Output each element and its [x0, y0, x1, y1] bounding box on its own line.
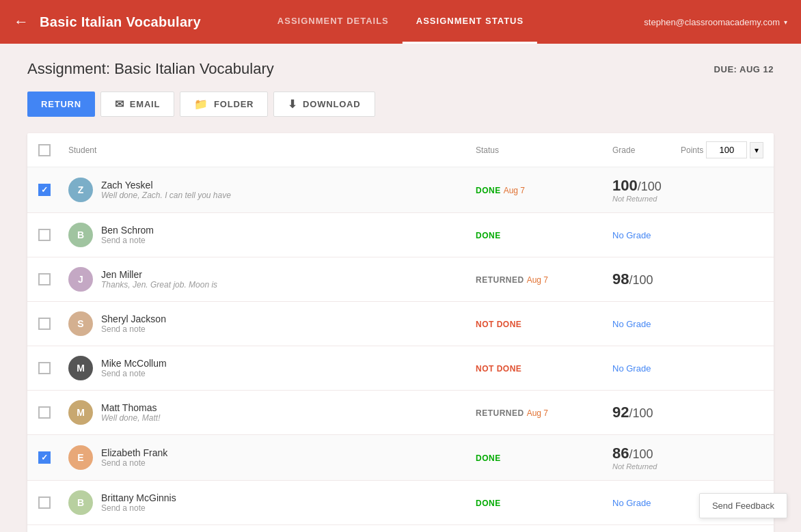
- table-row: ZZach YeskelWell done, Zach. I can tell …: [27, 167, 774, 213]
- student-info: EElizabeth FrankSend a note: [68, 445, 476, 470]
- due-date: DUE: AUG 12: [714, 64, 774, 74]
- student-checkbox[interactable]: [38, 229, 51, 241]
- table-row: MMatt ThomasWell done, Matt!RETURNEDAug …: [27, 391, 774, 435]
- student-status: NOT DONE: [476, 318, 612, 330]
- col-status-label: Status: [476, 145, 612, 155]
- header-tabs: ASSIGNMENT DETAILS ASSIGNMENT STATUS: [264, 0, 537, 44]
- table-row: SSheryl JacksonSend a noteNOT DONENo Gra…: [27, 302, 774, 346]
- status-date: Aug 7: [504, 186, 525, 195]
- student-grade: 98/100: [612, 270, 681, 288]
- student-checkbox[interactable]: [38, 318, 51, 330]
- col-student-label: Student: [68, 145, 476, 155]
- student-note[interactable]: Send a note: [101, 236, 154, 245]
- email-icon: ✉: [115, 98, 124, 111]
- student-note: Well done, Matt!: [101, 413, 160, 423]
- points-input[interactable]: [706, 141, 747, 158]
- student-name: Jen Miller: [101, 269, 217, 280]
- student-checkbox[interactable]: [38, 406, 51, 419]
- student-checkbox[interactable]: [38, 362, 51, 374]
- table-row: BBrittany McGinnisSend a noteDONENo Grad…: [27, 481, 774, 525]
- student-info: JJen MillerThanks, Jen. Great job. Moon …: [68, 267, 476, 292]
- table-row: CChat AtapattuSend a noteNOT DONENo Grad…: [27, 525, 774, 532]
- download-button[interactable]: ⬇ DOWNLOAD: [273, 92, 375, 117]
- no-grade-label: No Grade: [612, 319, 651, 329]
- folder-button[interactable]: 📁 FOLDER: [180, 92, 268, 117]
- email-button[interactable]: ✉ EMAIL: [100, 92, 174, 117]
- student-grade: No Grade: [612, 496, 681, 509]
- avatar: M: [68, 400, 93, 425]
- student-status: DONE: [476, 496, 612, 509]
- student-name: Brittany McGinnis: [101, 492, 176, 503]
- student-status: DONE: [476, 229, 612, 241]
- student-info: SSheryl JacksonSend a note: [68, 311, 476, 336]
- tab-assignment-details[interactable]: ASSIGNMENT DETAILS: [264, 0, 403, 44]
- status-date: Aug 7: [527, 275, 548, 285]
- avatar: S: [68, 311, 93, 336]
- student-status: NOT DONE: [476, 362, 612, 374]
- student-info: MMatt ThomasWell done, Matt!: [68, 400, 476, 425]
- assignment-title: Assignment: Basic Italian Vocabulary: [27, 60, 274, 78]
- avatar: B: [68, 490, 93, 515]
- user-menu[interactable]: stephen@classroomacademy.com ▾: [644, 17, 787, 27]
- avatar: E: [68, 445, 93, 470]
- student-checkbox[interactable]: [38, 273, 51, 285]
- header-title: Basic Italian Vocabulary: [40, 14, 201, 30]
- avatar: J: [68, 267, 93, 292]
- main-content: Assignment: Basic Italian Vocabulary DUE…: [0, 44, 801, 532]
- student-status: DONE: [476, 451, 612, 464]
- student-name: Ben Schrom: [101, 225, 154, 236]
- student-status: RETURNEDAug 7: [476, 273, 612, 285]
- table-row: BBen SchromSend a noteDONENo Grade: [27, 213, 774, 257]
- folder-icon: 📁: [194, 98, 208, 111]
- col-points-label: Points: [681, 145, 703, 155]
- back-button[interactable]: ←: [14, 14, 29, 29]
- not-returned-label: Not Returned: [612, 462, 681, 471]
- student-grade: 86/100Not Returned: [612, 445, 681, 471]
- student-rows-container: ZZach YeskelWell done, Zach. I can tell …: [27, 167, 774, 532]
- student-note: Thanks, Jen. Great job. Moon is: [101, 280, 217, 290]
- student-info: BBen SchromSend a note: [68, 223, 476, 247]
- no-grade-label: No Grade: [612, 363, 651, 374]
- student-checkbox[interactable]: [38, 184, 51, 196]
- assignment-header: Assignment: Basic Italian Vocabulary DUE…: [27, 60, 774, 78]
- student-note[interactable]: Send a note: [101, 458, 167, 468]
- chevron-down-icon: ▾: [784, 18, 787, 26]
- student-status: RETURNEDAug 7: [476, 406, 612, 419]
- not-returned-label: Not Returned: [612, 195, 681, 203]
- student-info: MMike McCollumSend a note: [68, 356, 476, 380]
- student-name: Elizabeth Frank: [101, 447, 167, 458]
- student-status: DONEAug 7: [476, 184, 612, 196]
- student-name: Mike McCollum: [101, 358, 167, 369]
- toolbar: RETURN ✉ EMAIL 📁 FOLDER ⬇ DOWNLOAD: [27, 92, 774, 117]
- col-grade-label: Grade: [612, 145, 681, 155]
- student-grade: 92/100: [612, 404, 681, 421]
- student-grade: No Grade: [612, 362, 681, 374]
- student-note: Well done, Zach. I can tell you have: [101, 191, 231, 200]
- col-points-wrap: Points ▾: [681, 141, 763, 158]
- header: ← Basic Italian Vocabulary ASSIGNMENT DE…: [0, 0, 801, 44]
- student-note[interactable]: Send a note: [101, 324, 166, 334]
- points-dropdown[interactable]: ▾: [750, 142, 763, 158]
- student-info: BBrittany McGinnisSend a note: [68, 490, 476, 515]
- no-grade-label: No Grade: [612, 230, 651, 240]
- no-grade-label: No Grade: [612, 498, 651, 508]
- avatar: B: [68, 223, 93, 247]
- avatar: M: [68, 356, 93, 380]
- tab-assignment-status[interactable]: ASSIGNMENT STATUS: [403, 0, 537, 44]
- student-note[interactable]: Send a note: [101, 503, 176, 513]
- student-checkbox[interactable]: [38, 451, 51, 464]
- student-checkbox[interactable]: [38, 496, 51, 509]
- status-date: Aug 7: [527, 408, 548, 418]
- table-header: Student Status Grade Points ▾: [27, 133, 774, 167]
- download-icon: ⬇: [288, 98, 297, 111]
- student-info: ZZach YeskelWell done, Zach. I can tell …: [68, 178, 476, 202]
- student-name: Sheryl Jackson: [101, 313, 166, 324]
- send-feedback-button[interactable]: Send Feedback: [699, 493, 787, 518]
- select-all-checkbox[interactable]: [38, 144, 51, 156]
- student-name: Zach Yeskel: [101, 180, 231, 191]
- table-row: JJen MillerThanks, Jen. Great job. Moon …: [27, 257, 774, 302]
- student-name: Matt Thomas: [101, 402, 160, 413]
- student-grade: No Grade: [612, 229, 681, 241]
- return-button[interactable]: RETURN: [27, 92, 95, 117]
- student-note[interactable]: Send a note: [101, 369, 167, 378]
